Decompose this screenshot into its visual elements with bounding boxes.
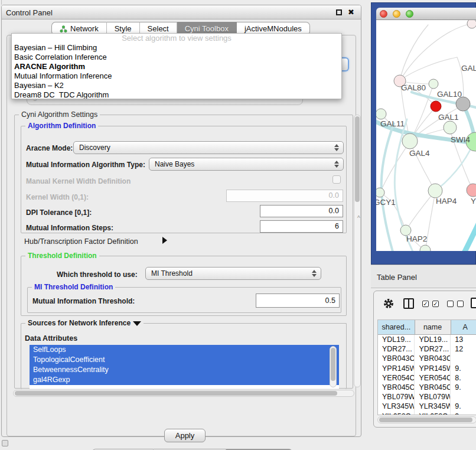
close-icon[interactable]: ✖ bbox=[348, 8, 354, 17]
control-panel-header[interactable]: Control Panel ✖ bbox=[2, 5, 361, 19]
node-label-swi4: SWI4 bbox=[451, 135, 470, 144]
network-node-small-green-1[interactable] bbox=[429, 79, 438, 89]
checked-checkbox-icon[interactable]: ✓ bbox=[432, 301, 439, 307]
attributes-list-scrollbar[interactable] bbox=[330, 346, 337, 387]
table-row[interactable]: YPR145WYPR145W9. bbox=[378, 364, 476, 373]
network-node-hap4[interactable] bbox=[428, 184, 442, 198]
split-columns-icon[interactable] bbox=[403, 298, 414, 309]
table-cell: 9. bbox=[451, 364, 476, 373]
table-row[interactable]: YLR345WYLR345W9. bbox=[378, 402, 476, 411]
expand-arrow-icon[interactable] bbox=[162, 237, 167, 244]
network-node-gal1[interactable] bbox=[444, 121, 457, 134]
minimize-traffic-light-icon[interactable] bbox=[393, 10, 400, 18]
node-label-gal4: GAL4 bbox=[409, 149, 430, 158]
table-row[interactable]: YIL052CYIL052C9. bbox=[378, 412, 476, 416]
float-window-icon[interactable] bbox=[336, 9, 342, 15]
settings-vertical-scrollbar[interactable] bbox=[354, 115, 361, 387]
zoom-traffic-light-icon[interactable] bbox=[406, 10, 413, 18]
dropdown-item-dream8-dc-tdc-algorithm[interactable]: Dream8 DC_TDC Algorithm bbox=[12, 90, 341, 99]
dropdown-item-mutual-information-inference[interactable]: Mutual Information Inference bbox=[12, 71, 341, 81]
mi-type-combo[interactable]: Naive Bayes bbox=[149, 158, 344, 171]
dropdown-item-basic-correlation-inference[interactable]: Basic Correlation Inference bbox=[12, 53, 341, 62]
tab-label: Cyni Toolbox bbox=[185, 24, 229, 33]
mi-steps-field[interactable]: 6 bbox=[260, 220, 343, 233]
settings-hscrollbar-thumb[interactable] bbox=[15, 391, 337, 396]
table-hscrollbar-thumb[interactable] bbox=[379, 418, 472, 422]
data-attributes-label: Data Attributes bbox=[25, 334, 77, 343]
table-cell bbox=[451, 392, 476, 402]
dropdown-item-bayesian-k2[interactable]: Bayesian – K2 bbox=[12, 81, 341, 90]
dropdown-item-aracne-algorithm[interactable]: ARACNE Algorithm bbox=[12, 62, 341, 71]
table-cell: YPR145W bbox=[378, 364, 415, 373]
mi-steps-label: Mutual Information Steps: bbox=[26, 224, 113, 232]
table-cell: YBL079W bbox=[415, 392, 451, 402]
network-node-bottom-cut[interactable] bbox=[420, 245, 431, 251]
table-cell: YDL19... bbox=[378, 335, 415, 344]
sources-title-text: Sources for Network Inference bbox=[28, 319, 131, 327]
node-attribute-table: shared...nameA YDL19...YDL19...13YDR27..… bbox=[377, 319, 476, 415]
network-edge bbox=[401, 57, 457, 80]
column-header-a[interactable]: A bbox=[451, 320, 476, 335]
aracne-mode-label: Aracne Mode: bbox=[26, 144, 73, 152]
aracne-mode-combo[interactable]: Discovery bbox=[73, 141, 344, 154]
attribute-item-selfloops[interactable]: SelfLoops bbox=[30, 345, 339, 355]
network-window-titlebar[interactable] bbox=[376, 8, 476, 20]
table-cell: 9. bbox=[451, 402, 476, 411]
network-node-gal10[interactable] bbox=[456, 97, 470, 111]
settings-vscrollbar-thumb[interactable] bbox=[355, 116, 360, 202]
unchecked-checkbox-icon[interactable] bbox=[447, 301, 454, 307]
unchecked-checkbox-icon[interactable] bbox=[457, 301, 464, 307]
mi-threshold-field[interactable]: 0.5 bbox=[256, 294, 340, 308]
dropdown-item-bayesian-hill-climbing[interactable]: Bayesian – Hill Climbing bbox=[12, 43, 341, 53]
panel-resize-handle[interactable]: ^ bbox=[357, 215, 360, 221]
which-threshold-combo[interactable]: MI Threshold bbox=[145, 267, 321, 280]
network-canvas[interactable]: GAL80GAL10GAL1GAL11GAL4SWI4GCY1HAP4HAP2G… bbox=[376, 20, 476, 251]
checked-checkbox-icon[interactable]: ✓ bbox=[422, 301, 429, 307]
node-label-hap4: HAP4 bbox=[436, 197, 457, 206]
close-traffic-light-icon[interactable] bbox=[380, 10, 387, 18]
table-horizontal-scrollbar[interactable] bbox=[377, 416, 476, 423]
control-panel-title: Control Panel bbox=[6, 8, 53, 17]
table-row[interactable]: YDL19...YDL19...13 bbox=[378, 335, 476, 344]
minimized-panel-icon[interactable] bbox=[2, 440, 8, 446]
table-row[interactable]: YER054CYER054C8. bbox=[378, 373, 476, 383]
table-row[interactable]: YDR27...YDR27...12 bbox=[378, 344, 476, 354]
settings-horizontal-scrollbar[interactable] bbox=[13, 390, 354, 397]
data-attributes-list[interactable]: SelfLoopsTopologicalCoefficientBetweenne… bbox=[30, 345, 339, 389]
table-cell: YIL052C bbox=[378, 412, 415, 416]
attributes-scrollbar-thumb[interactable] bbox=[331, 348, 335, 381]
network-node-gal4[interactable] bbox=[402, 133, 418, 149]
hub-tf-section-label: Hub/Transcription Factor Definition bbox=[24, 237, 138, 246]
table-row[interactable]: YBR045CYBR045C9. bbox=[378, 383, 476, 392]
network-node-pink-right[interactable] bbox=[467, 184, 476, 197]
table-cell: YLR345W bbox=[415, 402, 451, 411]
network-edge bbox=[407, 191, 435, 229]
column-header-name[interactable]: name bbox=[415, 320, 451, 335]
network-view-window[interactable]: GAL80GAL10GAL1GAL11GAL4SWI4GCY1HAP4HAP2G… bbox=[371, 2, 476, 265]
tab-label: Style bbox=[115, 24, 132, 33]
kernel-width-field[interactable]: 0.0 bbox=[226, 190, 343, 202]
table-row[interactable]: YBL079WYBL079W bbox=[378, 392, 476, 402]
attribute-item-topologicalcoefficient[interactable]: TopologicalCoefficient bbox=[30, 355, 339, 365]
apply-button[interactable]: Apply bbox=[164, 429, 206, 442]
table-cell: YER054C bbox=[415, 373, 451, 383]
node-label-gal80: GAL80 bbox=[401, 83, 426, 92]
attribute-item-gal4rgexp[interactable]: gal4RGexp bbox=[30, 375, 339, 385]
manual-kernel-checkbox[interactable] bbox=[332, 175, 341, 184]
table-cell: YBR043C bbox=[415, 354, 451, 363]
network-node-gal11[interactable] bbox=[376, 109, 386, 119]
cyni-algorithm-settings-group: Cyni Algorithm Settings Algorithm Defini… bbox=[14, 115, 353, 389]
table-panel-header[interactable]: Table Panel bbox=[371, 265, 476, 288]
document-icon[interactable] bbox=[471, 298, 476, 308]
table-row[interactable]: YBR043CYBR043C bbox=[378, 354, 476, 363]
attribute-item-betweennesscentrality[interactable]: BetweennessCentrality bbox=[30, 365, 339, 375]
settings-gear-icon[interactable] bbox=[383, 298, 395, 309]
network-node-red-node[interactable] bbox=[431, 101, 441, 112]
column-header-shared[interactable]: shared... bbox=[378, 320, 415, 335]
mi-threshold-group: MI Threshold Definition Mutual Informati… bbox=[27, 287, 341, 313]
network-node-gcy1[interactable] bbox=[376, 188, 384, 197]
mi-type-value: Naive Bayes bbox=[155, 160, 194, 168]
network-node-top-cut[interactable] bbox=[467, 20, 476, 28]
dpi-tolerance-field[interactable]: 0.0 bbox=[260, 205, 343, 217]
sources-group-title[interactable]: Sources for Network Inference bbox=[25, 319, 144, 327]
